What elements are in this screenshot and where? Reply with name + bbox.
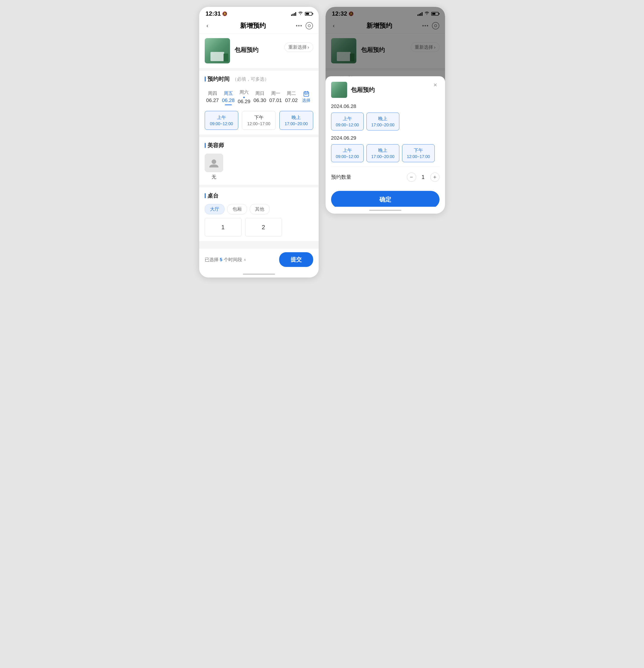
date-item-fri-left[interactable]: 周五 06.28 <box>220 88 236 105</box>
date-item-sat-left[interactable]: 周六 06.29 <box>236 87 252 106</box>
home-bar-right <box>369 210 401 211</box>
svg-rect-2 <box>306 94 308 95</box>
modal-service-name: 包厢预约 <box>351 86 375 94</box>
svg-point-3 <box>212 160 216 164</box>
battery-icon-left <box>305 12 312 16</box>
submit-button-left[interactable]: 提交 <box>279 252 313 267</box>
quantity-label: 预约数量 <box>331 174 351 181</box>
modal-close-button[interactable]: × <box>431 81 439 89</box>
home-indicator-left <box>199 271 319 277</box>
modal-divider <box>331 167 439 167</box>
selected-info-left: 已选择 5 个时间段 ∧ <box>205 257 246 263</box>
time-section-header-left: 预约时间 （必填，可多选） <box>205 75 313 83</box>
quantity-plus-button[interactable]: + <box>430 172 439 182</box>
bottom-bar-left: 已选择 5 个时间段 ∧ 提交 <box>199 248 319 271</box>
tab-other-left[interactable]: 其他 <box>250 204 270 214</box>
signal-icon-left <box>291 12 296 16</box>
quantity-minus-button[interactable]: − <box>407 172 416 182</box>
spacer-left <box>199 244 319 248</box>
home-indicator-right <box>326 207 445 214</box>
calendar-button-left[interactable]: 选择 <box>299 89 313 105</box>
modal-slot-morning-date2[interactable]: 上午 09:00~12:00 <box>331 144 364 162</box>
date-item-sun-left[interactable]: 周日 06.30 <box>252 88 268 105</box>
wifi-icon-left <box>298 11 303 16</box>
beautician-header-left: 美容师 <box>205 142 313 149</box>
beautician-item-none-left[interactable]: 无 <box>205 154 223 180</box>
modal-date-1-label: 2024.06.28 <box>331 103 439 109</box>
table-grid-left: 1 2 <box>205 218 313 237</box>
svg-rect-0 <box>304 92 309 96</box>
table-1-left[interactable]: 1 <box>205 218 241 237</box>
reselect-button-left[interactable]: 重新选择 › <box>284 43 313 52</box>
modal-slot-evening-date2[interactable]: 晚上 17:00~20:00 <box>366 144 399 162</box>
date-row-left: 周四 06.27 周五 06.28 周六 06.29 周日 06.30 周 <box>205 87 313 107</box>
time-left: 12:31 🔕 <box>206 10 227 17</box>
beautician-grid-left: 无 <box>205 154 313 180</box>
nav-title-left: 新增预约 <box>240 21 266 30</box>
select-label-left: 选择 <box>302 97 310 103</box>
modal-right: × 包厢预约 2024.06.28 上午 09:00~12:00 晚上 17:0… <box>326 76 445 214</box>
time-slots-left: 上午 09:00~12:00 下午 12:00~17:00 晚上 17:00~2… <box>205 111 313 130</box>
table-section-left: 桌台 大厅 包厢 其他 1 2 <box>199 187 319 241</box>
left-phone: 12:31 🔕 ‹ 新增预约 ••• <box>199 7 319 277</box>
status-bar-left: 12:31 🔕 <box>199 7 319 19</box>
tab-booth-left[interactable]: 包厢 <box>227 204 247 214</box>
table-tabs-left: 大厅 包厢 其他 <box>205 204 313 214</box>
more-button-left[interactable]: ••• <box>296 23 302 29</box>
date-item-mon-left[interactable]: 周一 07.01 <box>268 88 284 105</box>
modal-slots-date-2: 上午 09:00~12:00 晚上 17:00~20:00 下午 12:00~1… <box>331 144 439 162</box>
beautician-section-left: 美容师 无 <box>199 137 319 185</box>
time-section-left: 预约时间 （必填，可多选） 周四 06.27 周五 06.28 周六 06.29 <box>199 71 319 134</box>
content-left: 包厢预约 重新选择 › 预约时间 （必填，可多选） 周四 06.27 周 <box>199 33 319 248</box>
modal-quantity-row: 预约数量 − 1 + <box>331 172 439 182</box>
date-dot-sat-left <box>243 97 245 98</box>
modal-slot-afternoon-date2[interactable]: 下午 12:00~17:00 <box>402 144 435 162</box>
svg-rect-1 <box>305 94 306 95</box>
service-card-left: 包厢预约 重新选择 › <box>199 33 319 68</box>
date-item-tue-left[interactable]: 周二 07.02 <box>284 88 299 105</box>
nav-actions-left: ••• <box>296 22 313 29</box>
slot-evening-left[interactable]: 晚上 17:00~20:00 <box>279 111 313 130</box>
home-bar-left <box>243 274 275 275</box>
service-name-left: 包厢预约 <box>235 46 280 54</box>
calendar-icon-left <box>303 91 310 97</box>
modal-date-2-label: 2024.06.29 <box>331 135 439 141</box>
service-thumbnail-left <box>205 38 230 63</box>
target-button-left[interactable] <box>305 22 313 29</box>
section-bar-left <box>205 76 206 81</box>
slot-morning-left[interactable]: 上午 09:00~12:00 <box>205 111 239 130</box>
tab-hall-left[interactable]: 大厅 <box>205 204 224 214</box>
silent-icon-left: 🔕 <box>222 11 227 16</box>
status-icons-left <box>291 11 312 16</box>
date-item-thu-left[interactable]: 周四 06.27 <box>205 88 221 105</box>
right-phone: 12:32 🔕 ‹ 新增预约 ••• <box>326 7 445 214</box>
time-section-subtitle-left: （必填，可多选） <box>232 76 269 82</box>
service-info-left: 包厢预约 <box>235 46 280 56</box>
nav-bar-left: ‹ 新增预约 ••• <box>199 19 319 33</box>
table-2-left[interactable]: 2 <box>245 218 282 237</box>
modal-slot-morning-date1[interactable]: 上午 09:00~12:00 <box>331 112 364 131</box>
confirm-button[interactable]: 确定 <box>331 191 439 208</box>
avatar-none-left <box>205 154 223 172</box>
quantity-value: 1 <box>420 174 426 180</box>
modal-thumbnail <box>331 82 347 98</box>
quantity-controls: − 1 + <box>407 172 439 182</box>
table-header-left: 桌台 <box>205 192 313 199</box>
slot-afternoon-left[interactable]: 下午 12:00~17:00 <box>242 111 276 130</box>
modal-slot-evening-date1[interactable]: 晚上 17:00~20:00 <box>366 112 399 131</box>
modal-service-row: 包厢预约 <box>331 82 439 98</box>
time-section-title-left: 预约时间 <box>208 75 229 83</box>
modal-slots-date-1: 上午 09:00~12:00 晚上 17:00~20:00 <box>331 112 439 131</box>
back-button-left[interactable]: ‹ <box>205 21 210 30</box>
